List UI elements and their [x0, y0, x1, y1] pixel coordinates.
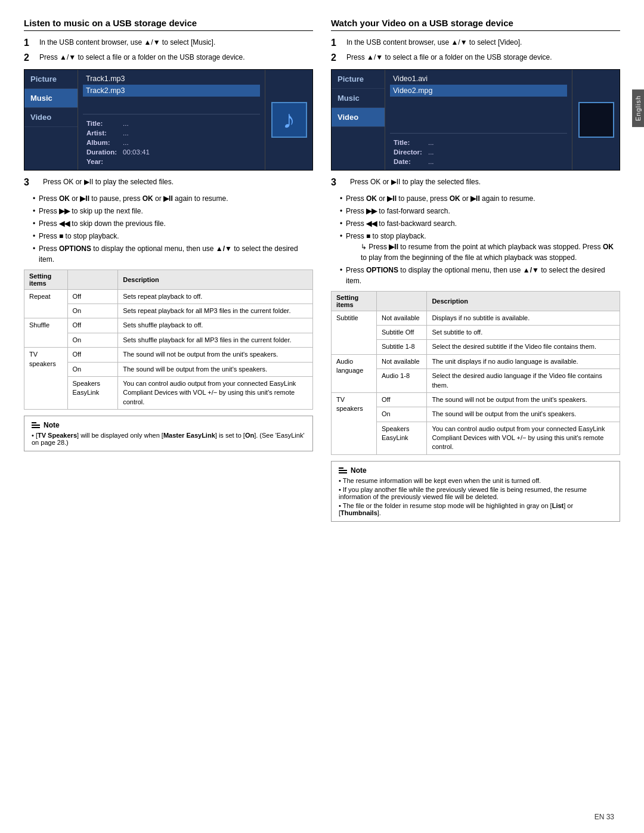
- left-column: Listen to music on a USB storage device …: [24, 18, 313, 522]
- left-sidebar-picture: Picture: [24, 70, 78, 89]
- left-table-repeat-on: On: [67, 304, 118, 318]
- right-section-title: Watch your Video on a USB storage device: [331, 18, 620, 31]
- right-note-box: Note • The resume information will be ke…: [331, 461, 620, 522]
- right-column: Watch your Video on a USB storage device…: [331, 18, 620, 522]
- left-table-shuffle-label: Shuffle: [24, 318, 68, 348]
- right-step3: 3 Press OK or ▶II to play the selected f…: [331, 176, 620, 188]
- left-usb-browser: Picture Music Video Track1.mp3 Track2.mp…: [24, 69, 313, 171]
- left-sidebar-music: Music: [24, 89, 78, 108]
- left-usb-sidebar: Picture Music Video: [24, 70, 78, 170]
- right-table-audio-na: Not available: [376, 354, 426, 368]
- music-note-icon: ♪: [271, 102, 307, 138]
- left-table-tv-off: Off: [67, 348, 118, 362]
- right-bullet-5: Press OPTIONS to display the optional me…: [340, 265, 620, 286]
- page-footer: EN 33: [595, 813, 614, 821]
- right-table-audio-label: Audio language: [332, 354, 377, 392]
- right-sidebar-video: Video: [332, 108, 385, 127]
- note-icon-right: [339, 467, 347, 473]
- video-placeholder-icon: [578, 102, 614, 138]
- right-table-tv-off: Off: [376, 392, 426, 407]
- right-bullet-3: Press ◀◀ to fast-backward search.: [340, 218, 620, 229]
- left-bullet-1: Press OK or ▶II to pause, press OK or ▶I…: [33, 193, 313, 204]
- right-table-subtitle-na: Not available: [376, 311, 426, 325]
- left-step2: 2 Press ▲/▼ to select a file or a folder…: [24, 52, 313, 63]
- left-table-tv-on: On: [67, 362, 118, 376]
- left-table-tv-speakers-label: TV speakers: [24, 348, 68, 410]
- left-bullet-list: Press OK or ▶II to pause, press OK or ▶I…: [33, 193, 313, 265]
- left-usb-icon: ♪: [265, 70, 312, 170]
- right-bullet-list: Press OK or ▶II to pause, press OK or ▶I…: [340, 193, 620, 286]
- left-step1: 1 In the USB content browser, use ▲/▼ to…: [24, 37, 313, 48]
- right-bullet-4: Press ■ to stop playback. Press ▶II to r…: [340, 231, 620, 263]
- left-file-track1: Track1.mp3: [83, 73, 260, 85]
- right-bullet-2: Press ▶▶ to fast-forward search.: [340, 206, 620, 216]
- left-note-content: • [TV Speakers] will be displayed only w…: [32, 432, 305, 446]
- right-table-subtitle-label: Subtitle: [332, 311, 377, 354]
- left-file-track2: Track2.mp3: [83, 85, 260, 97]
- right-usb-info: Title:... Director:... Date:...: [390, 133, 567, 167]
- right-sidebar-picture: Picture: [332, 70, 385, 89]
- left-table-shuffle-off: Off: [67, 318, 118, 333]
- right-table-tv-easylink: Speakers EasyLink: [376, 422, 426, 454]
- right-file-video1: Video1.avi: [390, 73, 567, 85]
- right-table-subtitle-18: Subtitle 1-8: [376, 340, 426, 354]
- left-bullet-5: Press OPTIONS to display the optional me…: [33, 243, 313, 265]
- left-setting-table: Setting items Description Repeat Off Set…: [24, 270, 313, 410]
- right-note-content: • The resume information will be kept ev…: [339, 477, 612, 516]
- right-table-subtitle-off: Subtitle Off: [376, 325, 426, 339]
- left-sidebar-video: Video: [24, 108, 78, 127]
- left-section-title: Listen to music on a USB storage device: [24, 18, 313, 31]
- right-step1: 1 In the USB content browser, use ▲/▼ to…: [331, 37, 620, 48]
- right-usb-browser: Picture Music Video Video1.avi Video2.mp…: [331, 69, 620, 171]
- page-container: English Listen to music on a USB storage…: [0, 0, 644, 833]
- right-bullet-1: Press OK or ▶II to pause, press OK or ▶I…: [340, 193, 620, 204]
- note-icon-left: [32, 422, 40, 428]
- left-table-repeat-label: Repeat: [24, 289, 68, 318]
- right-table-audio-18: Audio 1-8: [376, 369, 426, 393]
- right-step2: 2 Press ▲/▼ to select a file or a folder…: [331, 52, 620, 63]
- right-sidebar-music: Music: [332, 89, 385, 108]
- right-arrow-item: Press ▶II to resume from the point at wh…: [361, 241, 620, 263]
- left-table-shuffle-on: On: [67, 333, 118, 347]
- main-columns: Listen to music on a USB storage device …: [24, 18, 620, 522]
- left-step3: 3 Press OK or ▶II to play the selected f…: [24, 176, 313, 188]
- right-usb-sidebar: Picture Music Video: [332, 70, 385, 170]
- right-file-video2: Video2.mpg: [390, 85, 567, 97]
- left-note-header: Note: [32, 421, 305, 429]
- left-table-tv-easylink: Speakers EasyLink: [67, 376, 118, 409]
- left-bullet-2: Press ▶▶ to skip up the next file.: [33, 206, 313, 216]
- left-bullet-3: Press ◀◀ to skip down the previous file.: [33, 218, 313, 229]
- left-note-box: Note • [TV Speakers] will be displayed o…: [24, 416, 313, 451]
- side-tab: English: [632, 89, 644, 127]
- left-usb-main: Track1.mp3 Track2.mp3 Title:... Artist:.…: [78, 70, 265, 170]
- left-table-repeat-off: Off: [67, 289, 118, 304]
- right-note-header: Note: [339, 466, 612, 475]
- right-table-tv-on: On: [376, 407, 426, 422]
- left-usb-info: Title:... Artist:... Album:... Duration:…: [83, 114, 260, 167]
- right-setting-table: Setting items Description Subtitle Not a…: [331, 291, 620, 455]
- right-usb-main: Video1.avi Video2.mpg Title:... Director…: [385, 70, 572, 170]
- left-bullet-4: Press ■ to stop playback.: [33, 231, 313, 241]
- right-table-tv-label: TV speakers: [332, 392, 377, 454]
- right-usb-icon: [572, 70, 620, 170]
